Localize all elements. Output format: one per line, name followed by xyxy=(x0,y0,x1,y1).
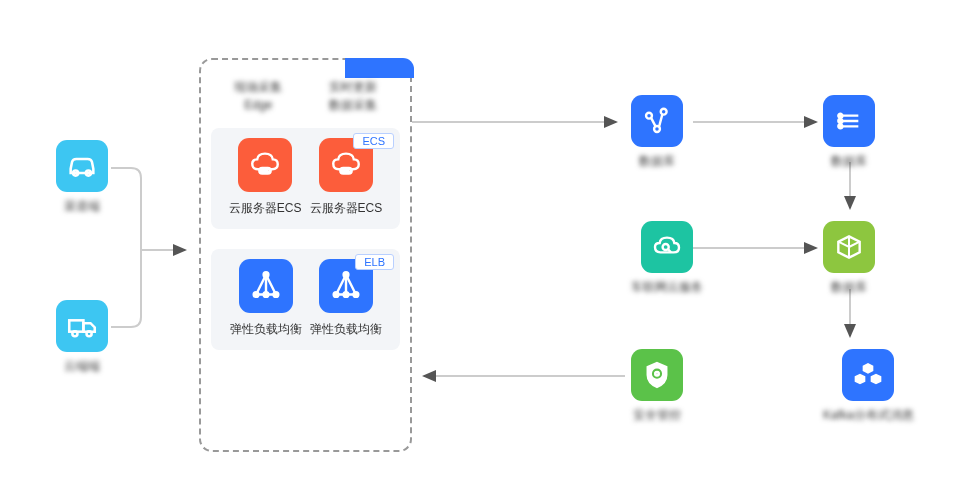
container-tab xyxy=(345,58,414,78)
center-container: 现场采集Edge 实时更新数据采集 ECS 云服务器ECS 云服务器ECS EL… xyxy=(199,58,412,452)
svg-point-22 xyxy=(838,114,842,118)
svg-point-6 xyxy=(267,169,270,172)
svg-point-12 xyxy=(273,292,278,297)
car-icon xyxy=(56,140,108,192)
node-truck: 云端端 xyxy=(56,300,108,375)
svg-point-25 xyxy=(663,244,669,250)
load-balancer-icon xyxy=(239,259,293,313)
node-graph: 数据库 xyxy=(631,95,683,170)
ecs-node-1: 云服务器ECS xyxy=(229,138,302,217)
elb-node-1: 弹性负载均衡 xyxy=(230,259,302,338)
connector-lines xyxy=(0,0,960,500)
svg-point-16 xyxy=(333,292,338,297)
node-cube: 数据库 xyxy=(823,221,875,296)
cloud-server-icon xyxy=(238,138,292,192)
elb-node-2: 弹性负载均衡 xyxy=(310,259,382,338)
cloud-search-icon xyxy=(641,221,693,273)
svg-point-11 xyxy=(253,292,258,297)
node-shield: 安全管控 xyxy=(631,349,683,424)
node-cluster: Kafka分布式消息 xyxy=(823,349,914,424)
node-stack: 数据库 xyxy=(823,95,875,170)
elb-panel: ELB 弹性负载均衡 弹性负载均衡 xyxy=(211,249,400,350)
cube-icon xyxy=(823,221,875,273)
truck-label: 云端端 xyxy=(64,358,100,375)
graph-icon xyxy=(631,95,683,147)
ecs-badge: ECS xyxy=(353,133,394,149)
elb-badge: ELB xyxy=(355,254,394,270)
svg-point-28 xyxy=(655,372,658,375)
svg-point-15 xyxy=(343,272,348,277)
svg-point-23 xyxy=(838,119,842,123)
truck-icon xyxy=(56,300,108,352)
svg-point-24 xyxy=(838,124,842,128)
car-label: 渠道端 xyxy=(64,198,100,215)
ecs-panel: ECS 云服务器ECS 云服务器ECS xyxy=(211,128,400,229)
svg-point-20 xyxy=(661,109,667,115)
svg-point-4 xyxy=(87,331,92,336)
cluster-icon xyxy=(842,349,894,401)
svg-point-10 xyxy=(263,272,268,277)
svg-point-17 xyxy=(353,292,358,297)
svg-rect-2 xyxy=(69,320,83,331)
stack-icon xyxy=(823,95,875,147)
node-car: 渠道端 xyxy=(56,140,108,215)
svg-point-8 xyxy=(348,169,351,172)
svg-point-18 xyxy=(343,292,348,297)
shield-gear-icon xyxy=(631,349,683,401)
svg-point-3 xyxy=(72,331,77,336)
ecs-node-2: 云服务器ECS xyxy=(310,138,383,217)
svg-point-13 xyxy=(263,292,268,297)
node-cloud-search: 车联网云服务 xyxy=(631,221,703,296)
